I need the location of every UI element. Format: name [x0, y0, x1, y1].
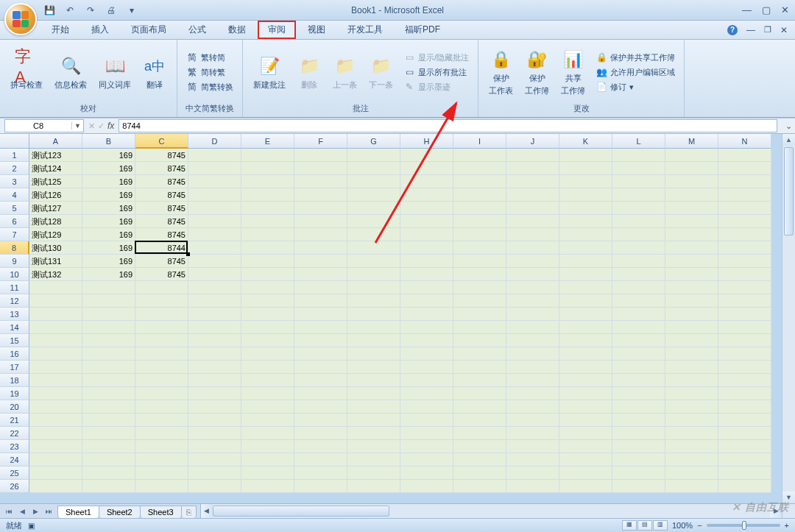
cell[interactable]: 8745	[135, 162, 188, 175]
cell[interactable]	[294, 149, 347, 162]
delete-comment-button[interactable]: 📁删除	[294, 53, 324, 92]
cell[interactable]: 测试124	[29, 162, 82, 175]
cell[interactable]	[135, 281, 188, 294]
cell[interactable]	[559, 149, 612, 162]
cell[interactable]	[241, 294, 294, 308]
cell[interactable]	[400, 241, 453, 255]
new-comment-button[interactable]: 📝新建批注	[250, 53, 289, 92]
cell[interactable]	[294, 281, 347, 294]
cell[interactable]: 测试131	[29, 255, 82, 268]
cell[interactable]	[506, 361, 559, 374]
cell[interactable]: 测试132	[29, 268, 82, 281]
tab-数据[interactable]: 数据	[218, 21, 256, 38]
cell[interactable]	[453, 374, 506, 387]
cell[interactable]	[506, 188, 559, 202]
cell[interactable]	[347, 347, 400, 361]
cell[interactable]	[29, 400, 82, 414]
cell[interactable]	[188, 321, 241, 334]
cell[interactable]: 8745	[135, 149, 188, 162]
tab-审阅[interactable]: 审阅	[258, 21, 296, 39]
row-header[interactable]: 2	[0, 162, 29, 175]
cell[interactable]	[135, 308, 188, 321]
cell[interactable]	[294, 308, 347, 321]
cell[interactable]	[400, 255, 453, 268]
cell[interactable]	[665, 414, 718, 427]
cell[interactable]	[347, 321, 400, 334]
column-header[interactable]: G	[347, 134, 400, 149]
column-header[interactable]: D	[188, 134, 241, 149]
cell[interactable]	[294, 374, 347, 387]
cell[interactable]	[718, 241, 771, 255]
cell[interactable]	[665, 241, 718, 255]
column-header[interactable]: I	[453, 134, 506, 149]
cell[interactable]	[612, 202, 665, 215]
cell[interactable]	[665, 427, 718, 440]
cell[interactable]	[188, 334, 241, 347]
cell[interactable]	[453, 241, 506, 255]
cell[interactable]	[188, 188, 241, 202]
cell[interactable]	[29, 414, 82, 427]
cell[interactable]	[29, 361, 82, 374]
cell[interactable]	[718, 480, 771, 493]
cell[interactable]	[188, 308, 241, 321]
vertical-scrollbar[interactable]: ▲ ▼	[782, 134, 795, 503]
cell[interactable]	[294, 453, 347, 467]
cell[interactable]	[294, 400, 347, 414]
showhide-comment-button[interactable]: ▭显示/隐藏批注	[402, 51, 470, 64]
track-changes-button[interactable]: 📄修订 ▾	[594, 80, 676, 93]
share-workbook-button[interactable]: 📊共享工作簿	[558, 46, 588, 98]
cell[interactable]	[559, 188, 612, 202]
cell[interactable]	[506, 268, 559, 281]
protect-sheet-button[interactable]: 🔒保护工作表	[486, 46, 516, 98]
cell[interactable]	[453, 361, 506, 374]
help-icon[interactable]: ?	[727, 25, 738, 35]
cell[interactable]	[400, 294, 453, 308]
cell[interactable]	[400, 202, 453, 215]
cell[interactable]	[612, 467, 665, 480]
cell[interactable]	[347, 453, 400, 467]
formula-bar[interactable]: 8744	[119, 119, 777, 132]
cell[interactable]	[665, 228, 718, 241]
cell[interactable]	[400, 268, 453, 281]
thesaurus-button[interactable]: 📖同义词库	[96, 53, 134, 92]
cell[interactable]	[294, 202, 347, 215]
cell[interactable]	[453, 255, 506, 268]
cell[interactable]	[347, 480, 400, 493]
cell[interactable]: 8745	[135, 228, 188, 241]
cell[interactable]	[718, 427, 771, 440]
cell[interactable]	[665, 334, 718, 347]
cell[interactable]	[665, 294, 718, 308]
cell[interactable]	[82, 400, 135, 414]
cell[interactable]	[29, 281, 82, 294]
cell[interactable]	[188, 149, 241, 162]
cell[interactable]	[135, 467, 188, 480]
cell[interactable]	[506, 440, 559, 453]
tab-公式[interactable]: 公式	[178, 21, 216, 38]
last-sheet-icon[interactable]: ⏭	[43, 506, 54, 517]
cell[interactable]	[135, 334, 188, 347]
cell[interactable]	[241, 414, 294, 427]
cell[interactable]	[400, 215, 453, 228]
cell[interactable]	[665, 400, 718, 414]
cell[interactable]	[347, 440, 400, 453]
tab-视图[interactable]: 视图	[297, 21, 336, 38]
cell[interactable]	[718, 215, 771, 228]
row-header[interactable]: 23	[0, 440, 29, 453]
cell[interactable]	[241, 427, 294, 440]
cell[interactable]	[612, 215, 665, 228]
cell[interactable]	[82, 281, 135, 294]
cell[interactable]	[241, 321, 294, 334]
cell[interactable]	[188, 467, 241, 480]
zoom-slider[interactable]	[707, 524, 780, 527]
cell[interactable]	[347, 294, 400, 308]
cell[interactable]	[347, 467, 400, 480]
cell[interactable]	[718, 162, 771, 175]
cell[interactable]	[241, 175, 294, 188]
cell[interactable]	[294, 241, 347, 255]
column-header[interactable]: J	[506, 134, 559, 149]
cell[interactable]	[347, 308, 400, 321]
close-button[interactable]: ✕	[781, 4, 789, 15]
cell[interactable]	[453, 453, 506, 467]
cell[interactable]	[612, 361, 665, 374]
cell[interactable]: 测试123	[29, 149, 82, 162]
